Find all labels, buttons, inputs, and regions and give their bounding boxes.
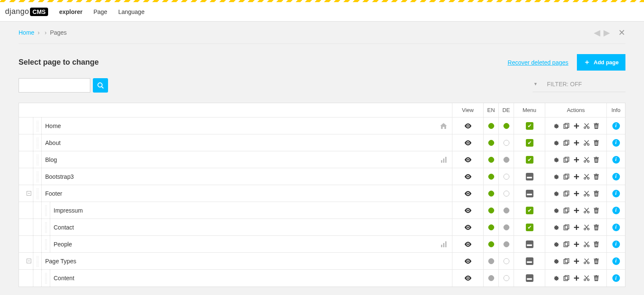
info-button[interactable]: i xyxy=(612,156,620,164)
tree-row[interactable]: Contact✔i xyxy=(19,219,625,236)
action-settings[interactable] xyxy=(553,174,559,180)
lang-status-dot[interactable] xyxy=(488,241,494,247)
action-add[interactable] xyxy=(574,224,579,230)
lang-status-dot[interactable] xyxy=(503,157,509,163)
lang-status-dot[interactable] xyxy=(488,123,494,129)
tree-row[interactable]: −Page Types▬i xyxy=(19,253,625,270)
lang-status-dot[interactable] xyxy=(503,275,509,281)
info-button[interactable]: i xyxy=(612,224,620,231)
action-add[interactable] xyxy=(574,275,579,281)
lang-status-dot[interactable] xyxy=(503,208,509,213)
search-button[interactable] xyxy=(93,78,108,93)
action-copy[interactable] xyxy=(563,224,569,230)
view-button[interactable] xyxy=(464,225,472,230)
action-delete[interactable] xyxy=(594,224,599,230)
info-button[interactable]: i xyxy=(612,122,620,130)
info-button[interactable]: i xyxy=(612,173,620,180)
drag-handle[interactable] xyxy=(45,205,47,216)
tree-row[interactable]: Content▬i xyxy=(19,270,625,287)
view-button[interactable] xyxy=(464,140,472,145)
tree-row[interactable]: About✔i xyxy=(19,134,625,151)
menu-indicator[interactable]: ▬ xyxy=(526,173,533,180)
tree-row[interactable]: Blog✔i xyxy=(19,151,625,168)
action-copy[interactable] xyxy=(563,174,569,180)
search-input[interactable] xyxy=(19,78,90,93)
action-copy[interactable] xyxy=(563,140,569,146)
action-settings[interactable] xyxy=(553,140,559,146)
action-delete[interactable] xyxy=(594,140,599,146)
view-button[interactable] xyxy=(464,276,472,281)
action-copy[interactable] xyxy=(563,241,569,247)
view-button[interactable] xyxy=(464,174,472,179)
action-add[interactable] xyxy=(574,123,579,129)
action-cut[interactable] xyxy=(584,123,590,129)
lang-status-dot[interactable] xyxy=(503,224,509,230)
tree-row[interactable]: Bootstrap3▬i xyxy=(19,168,625,185)
action-cut[interactable] xyxy=(584,208,590,213)
action-delete[interactable] xyxy=(594,258,599,264)
action-delete[interactable] xyxy=(594,123,599,129)
menu-indicator[interactable]: ✔ xyxy=(526,207,533,214)
lang-status-dot[interactable] xyxy=(503,241,509,247)
drag-handle[interactable] xyxy=(36,188,39,199)
drag-handle[interactable] xyxy=(36,120,39,131)
lang-status-dot[interactable] xyxy=(503,140,509,146)
info-button[interactable]: i xyxy=(612,190,620,197)
info-button[interactable]: i xyxy=(612,207,620,214)
page-name-cell[interactable]: About xyxy=(42,139,452,146)
drag-handle[interactable] xyxy=(36,256,39,267)
menu-indicator[interactable]: ✔ xyxy=(526,156,533,164)
page-name-cell[interactable]: People xyxy=(50,241,452,248)
drag-handle[interactable] xyxy=(45,273,47,284)
action-copy[interactable] xyxy=(563,123,569,129)
view-button[interactable] xyxy=(464,123,472,128)
view-button[interactable] xyxy=(464,157,472,162)
view-button[interactable] xyxy=(464,259,472,264)
lang-status-dot[interactable] xyxy=(503,258,509,264)
page-name-cell[interactable]: Contact xyxy=(50,224,452,231)
action-cut[interactable] xyxy=(584,275,590,281)
menu-item-page[interactable]: Page xyxy=(93,8,107,15)
action-add[interactable] xyxy=(574,208,579,213)
tree-row[interactable]: People▬i xyxy=(19,236,625,253)
menu-item-explorer[interactable]: explorer xyxy=(59,8,82,15)
action-add[interactable] xyxy=(574,157,579,163)
action-delete[interactable] xyxy=(594,157,599,163)
page-name-cell[interactable]: Content xyxy=(50,275,452,281)
action-settings[interactable] xyxy=(553,258,559,264)
action-settings[interactable] xyxy=(553,241,559,247)
lang-status-dot[interactable] xyxy=(488,191,494,197)
brand-logo[interactable]: django CMS xyxy=(5,7,48,16)
lang-status-dot[interactable] xyxy=(488,174,494,180)
drag-handle[interactable] xyxy=(45,222,47,233)
info-button[interactable]: i xyxy=(612,274,620,282)
action-delete[interactable] xyxy=(594,174,599,180)
drag-handle[interactable] xyxy=(36,154,39,165)
action-delete[interactable] xyxy=(594,208,599,213)
action-add[interactable] xyxy=(574,174,579,180)
tree-row[interactable]: Impressum✔i xyxy=(19,202,625,219)
action-settings[interactable] xyxy=(553,224,559,230)
page-name-cell[interactable]: Blog xyxy=(42,156,452,163)
menu-indicator[interactable]: ▬ xyxy=(526,257,533,265)
expander[interactable]: − xyxy=(25,253,33,269)
action-copy[interactable] xyxy=(563,258,569,264)
lang-status-dot[interactable] xyxy=(488,157,494,163)
action-cut[interactable] xyxy=(584,241,590,247)
menu-item-language[interactable]: Language xyxy=(118,8,144,15)
action-cut[interactable] xyxy=(584,174,590,180)
info-button[interactable]: i xyxy=(612,257,620,265)
action-copy[interactable] xyxy=(563,208,569,213)
drag-handle[interactable] xyxy=(36,171,39,182)
lang-status-dot[interactable] xyxy=(503,191,509,197)
close-icon[interactable]: ✕ xyxy=(618,27,625,38)
action-cut[interactable] xyxy=(584,157,590,163)
action-settings[interactable] xyxy=(553,275,559,281)
lang-status-dot[interactable] xyxy=(488,224,494,230)
breadcrumb-home[interactable]: Home xyxy=(19,29,34,36)
action-cut[interactable] xyxy=(584,258,590,264)
nav-next-icon[interactable]: ▶ xyxy=(603,27,610,38)
page-name-cell[interactable]: Page Types xyxy=(42,258,452,265)
menu-indicator[interactable]: ✔ xyxy=(526,122,533,130)
tree-row[interactable]: −Footer▬i xyxy=(19,185,625,202)
